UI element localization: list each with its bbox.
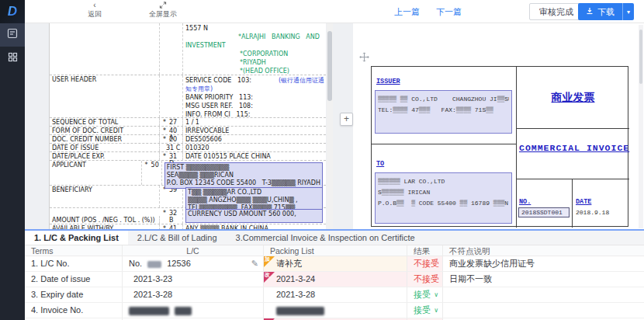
invoice-no-label: NO. [519,198,531,206]
result-value: 接受 [414,290,431,299]
swift-value: FIRST ▒▒▒▒▒▒▒▒▒ [167,164,320,172]
result-value: 不接受 [414,274,439,283]
lc-value-cell: 2021-3-23 [123,272,264,287]
edit-pencil-icon[interactable]: ✎ [251,256,258,271]
lc-value: No. [129,259,142,268]
discrepancy-note [443,303,644,318]
swift-row: DOC. CREDIT NUMBER *20 DES505606 [50,135,326,144]
table-row: 4. Invoice No. 接受 ∨ [25,303,644,318]
to-line: S▒▒▒▒▒▒ IRICAN [378,187,509,198]
invoice-doc-scrollbar[interactable] [639,25,643,228]
result-value: 接受 [414,305,431,315]
caret-down-icon: ▾ [627,9,630,16]
swift-row-amount: AMOUNT (POS . /NEG . TOL . (%)) *32 B CU… [50,208,326,224]
fullscreen-label: 全屏显示 [144,10,182,18]
table-row: 2. Date of issue 2021-3-23 改 2021-3-24 不… [25,272,644,287]
top-toolbar: ‹ 返回 全屏显示 上一篇 下一篇 审核完成 下载 [25,0,644,23]
field-star: * [163,210,166,224]
to-line: P.O.B▒▒ ▒ CODE 55400 ▒▒ 16789 ▒▒▒N [378,198,509,209]
packing-value-cell: 改 2021-3-24 [264,272,407,287]
invoice-no-cell: NO. 2018SSDT001 [517,179,573,228]
redacted-text [276,307,324,315]
zoom-in-button[interactable]: + [340,113,353,126]
next-doc-link[interactable]: 下一篇 [436,7,462,16]
sidebar-item-documents[interactable] [0,23,25,47]
back-button[interactable]: ‹ 返回 [81,2,108,18]
tab-lc-packing-list[interactable]: 1. L/C & Packing List [25,231,128,245]
invoice-title-cn-cell: 商业发票 [517,67,629,129]
invoice-title-cn: 商业发票 [552,91,595,105]
swift-row: DATE OF ISSUE 31 C 010320 [50,144,326,152]
swift-value: ▒▒▒▒ ANGZHO▒▒▒ ▒▒▒U,CHIN▒ , [188,197,320,204]
swift-row: SEQUENCE OF TOTAL *27 1 / 1 [50,118,326,127]
chevron-down-icon: ∨ [434,303,438,318]
scrollbar-thumb[interactable] [639,30,642,84]
discrepancy-note [443,287,644,303]
discrepancy-note: 日期不一致 [443,272,644,287]
swift-value: MSG USER REF. 108: [185,102,324,110]
redacted-text [147,261,161,268]
back-label: 返回 [81,10,108,18]
invoice-no-value: 2018SSDT001 [518,207,570,217]
invoice-date-label: DATE [576,198,591,206]
prev-doc-link[interactable]: 上一篇 [394,7,420,16]
download-label: 下载 [597,6,615,18]
review-complete-button[interactable]: 审核完成 [529,3,583,20]
invoice-title-en: COMMERCIAL INVOICE [519,143,629,153]
fullscreen-button[interactable]: 全屏显示 [144,2,182,18]
field-code: 32 B [169,210,181,224]
swift-value: T▒▒ ▒▒▒▒▒AR CO.,LTD [188,189,320,197]
invoice-table: ISSUER ▒▒▒▒▒ ▒▒ CO.,LTD CHANGZHOU JI▒▒SU… [371,66,628,227]
badge-modified-label: 改 [265,272,270,278]
to-cell: TO ▒▒▒▒▒▒ LAR CO.,LTD S▒▒▒▒▒▒ IRICAN P.O… [372,144,517,228]
swift-row-user-header: USER HEADER SERVICE CODE 103: (银行通信用证通 知… [50,75,326,118]
lc-doc-scrollbar[interactable] [327,23,333,230]
redacted-text [129,307,169,315]
sidebar-item-apps[interactable] [0,47,25,70]
field-code: 59 [169,186,177,207]
move-handle-icon[interactable] [359,52,369,66]
swift-label: AMOUNT (POS . /NEG . TOL . (%)) [50,216,160,224]
field-code: 27 [169,119,177,126]
result-select[interactable]: 接受 ∨ [407,303,443,318]
download-button[interactable]: 下载 [578,3,623,20]
term-cell: 4. Invoice No. [25,303,123,318]
highlight-box-issuer: ▒▒▒▒▒ ▒▒ CO.,LTD CHANGZHOU JI▒▒SU C▒▒NA … [375,90,512,134]
field-star: * [163,186,166,207]
swift-label: FORM OF DOC. CREDIT [50,127,160,134]
invoice-date-cell: DATE 2018.9.18 [573,179,629,228]
col-header-terms: Terms [25,245,123,256]
app-logo: D [0,0,25,23]
highlight-box-applicant: FIRST ▒▒▒▒▒▒▒▒▒ SEA▒▒▒▒ ▒▒▒RICAN P.O. BO… [164,162,323,189]
download-menu-button[interactable]: ▾ [623,3,634,20]
result-select[interactable]: 不接受 ∨ [407,272,443,287]
col-header-discrepancy: 不符点说明 [443,245,644,256]
highlight-box-amount: CURRENCY USD AMOUNT 560 000, [185,209,323,223]
swift-ref: 1557 N [185,24,324,33]
download-split-button: 下载 ▾ [578,3,634,20]
result-value: 不接受 [414,259,439,268]
discrepancy-note: 商业发票缺少信用证号 [443,256,644,272]
swift-value: CURRENCY USD AMOUNT 560 000, [188,210,320,218]
bank-line: *RIYADH [185,58,324,67]
bank-line: *ALRAJHI BANKING AND [185,33,324,41]
highlight-box-to: ▒▒▒▒▒▒ LAR CO.,LTD S▒▒▒▒▒▒ IRICAN P.O.B▒… [375,172,512,224]
term-cell: 2. Date of issue [25,272,123,287]
field-code: 31 D [169,153,181,160]
swift-label: DATE OF ISSUE [50,144,160,151]
field-star: * [145,162,148,185]
field-code: 20 [169,136,177,143]
invoice-document-page: ISSUER ▒▒▒▒▒ ▒▒ CO.,LTD CHANGZHOU JI▒▒SU… [353,23,644,230]
redacted-text [175,307,192,315]
swift-value: 1 / 1 [183,118,326,126]
tab-invoice-inspection[interactable]: 3.Commercial Invoice & Inspection on Cer… [227,231,424,245]
bank-line: *(HEAD OFFICE) [185,67,324,75]
result-select[interactable]: 不接受 ∨ [407,256,443,272]
field-code: 40 A [169,127,181,134]
swift-row: DATE/PLACE EXP. *31 D DATE 010515 PLACE … [50,152,326,161]
tab-lc-bill-of-lading[interactable]: 2.L/C & Bill of Lading [128,231,227,245]
scrollbar-thumb[interactable] [327,31,332,101]
issuer-label: ISSUER [376,78,400,85]
swift-annotation: 知专用章) [185,85,324,93]
result-select[interactable]: 接受 ∨ [407,287,443,303]
